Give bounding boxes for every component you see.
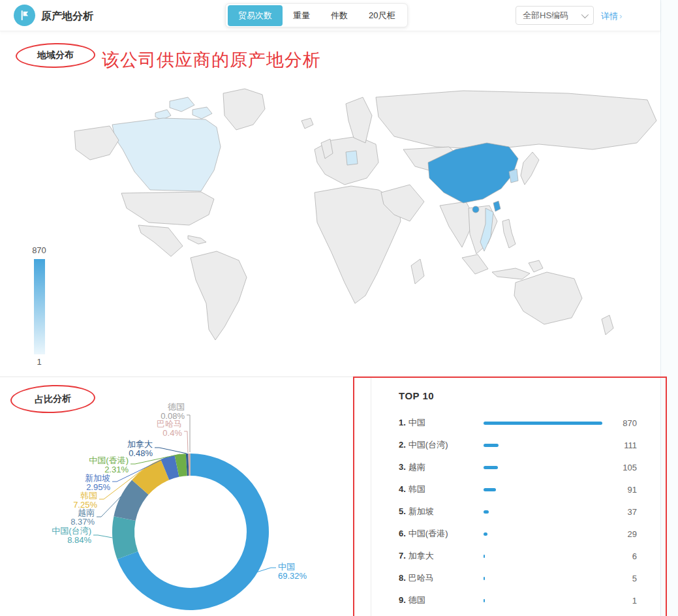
top10-country-name: 8.巴哈马 [399, 572, 484, 584]
top10-rank: 4. [399, 484, 406, 494]
legend-gradient-bar [34, 259, 45, 354]
top10-rank: 2. [399, 440, 406, 450]
top10-bar [484, 532, 487, 536]
top10-rank: 1. [399, 418, 406, 427]
top10-row-4: 4.韩国91 [399, 478, 660, 501]
top10-bar [484, 555, 485, 558]
top10-title: TOP 10 [399, 390, 660, 401]
top10-bar-track [484, 577, 611, 580]
pie-label-6: 加拿大0.48% [127, 439, 153, 458]
top10-bar [484, 577, 485, 580]
page-title: 原产地分析 [41, 10, 93, 23]
pie-label-2: 越南8.37% [70, 508, 95, 527]
region-section-label: 地域分布 [37, 50, 74, 62]
pie-label-4: 新加坡2.95% [85, 473, 110, 492]
top10-value: 870 [611, 418, 660, 428]
top10-rank: 8. [399, 573, 406, 583]
top10-value: 5 [611, 574, 660, 583]
app-logo-flag-icon [14, 5, 35, 26]
pie-label-7: 巴哈马0.4% [157, 419, 182, 438]
top10-country-name: 6.中国(香港) [399, 528, 484, 540]
top10-value: 37 [611, 507, 660, 517]
top10-bar-track [484, 488, 611, 491]
map-legend: 870 1 [26, 245, 52, 367]
detail-link[interactable]: 详情› [601, 10, 622, 22]
detail-link-label: 详情 [601, 11, 618, 21]
pie-label-8: 德国0.08% [161, 402, 185, 421]
pie-label-0: 中国69.32% [278, 562, 307, 581]
red-annotation-text: 该公司供应商的原产地分析 [102, 48, 321, 72]
legend-min-value: 1 [26, 357, 52, 367]
top10-row-8: 8.巴哈马5 [399, 567, 660, 589]
top10-country-name: 5.新加坡 [399, 506, 484, 517]
top10-country-name: 2.中国(台湾) [399, 439, 484, 451]
top10-bar-track [484, 466, 611, 469]
legend-max-value: 870 [26, 245, 52, 255]
top10-row-7: 7.加拿大6 [399, 545, 660, 567]
top10-bar [484, 444, 499, 447]
world-map[interactable] [72, 87, 659, 369]
header: 原产地分析 贸易次数重量件数20尺柜 全部HS编码 详情› [0, 0, 660, 31]
top10-row-9: 9.德国1 [399, 589, 660, 611]
top10-bar [484, 599, 485, 602]
page-right-gutter [660, 0, 678, 616]
top10-value: 1 [611, 596, 660, 606]
pie-label-5: 中国(香港)2.31% [89, 455, 129, 474]
top10-panel: TOP 10 1.中国8702.中国(台湾)1113.越南1054.韩国915.… [371, 377, 660, 616]
top10-country-name: 4.韩国 [399, 484, 484, 495]
chevron-right-icon: › [619, 11, 622, 21]
top10-row-6: 6.中国(香港)29 [399, 523, 660, 545]
pie-label-line-6 [155, 448, 187, 454]
top10-country-name: 3.越南 [399, 461, 484, 473]
top10-rank: 5. [399, 506, 406, 516]
top10-rank: 9. [399, 595, 406, 605]
map-country-canada [112, 118, 221, 191]
tab-1[interactable]: 重量 [283, 5, 320, 26]
tab-3[interactable]: 20尺柜 [358, 5, 405, 26]
top10-country-name: 1.中国 [399, 417, 484, 429]
top10-bar-track [484, 599, 611, 602]
top10-rank: 7. [399, 551, 406, 561]
map-country-taiwan [493, 201, 501, 211]
top10-rank: 3. [399, 462, 406, 472]
top10-country-name: 9.德国 [399, 594, 484, 606]
top10-bar-track [484, 444, 611, 447]
top10-bar-track [484, 422, 611, 425]
top10-bar [484, 422, 602, 425]
metric-tabbar: 贸易次数重量件数20尺柜 [225, 3, 408, 27]
chevron-down-icon [581, 10, 589, 18]
top10-value: 111 [611, 440, 660, 450]
pie-label-3: 韩国7.25% [73, 491, 97, 510]
top10-row-3: 3.越南105 [399, 456, 660, 478]
pie-label-line-1 [93, 535, 112, 538]
pie-slice-1[interactable] [112, 516, 138, 559]
pie-label-1: 中国(台湾)8.84% [52, 526, 91, 545]
map-country-south-korea [509, 169, 518, 183]
top10-rank: 6. [399, 529, 406, 538]
top10-row-1: 1.中国870 [399, 412, 660, 434]
hs-code-select-value: 全部HS编码 [523, 10, 568, 22]
top10-row-5: 5.新加坡37 [399, 501, 660, 523]
origin-donut-chart[interactable]: 中国69.32%中国(台湾)8.84%越南8.37%韩国7.25%新加坡2.95… [39, 398, 352, 616]
map-country-germany [346, 151, 358, 165]
top10-value: 6 [611, 551, 660, 561]
top10-value: 105 [611, 463, 660, 472]
top10-bar [484, 510, 489, 514]
top10-row-2: 2.中国(台湾)111 [399, 434, 660, 456]
top10-value: 29 [611, 529, 660, 539]
tab-2[interactable]: 件数 [320, 5, 358, 26]
top10-value: 91 [611, 485, 660, 495]
map-country-hainan [472, 206, 479, 213]
top10-bar-track [484, 532, 611, 536]
top10-bar-track [484, 555, 611, 558]
top10-bar [484, 466, 498, 469]
top10-country-name: 7.加拿大 [399, 550, 484, 562]
top10-bar [484, 488, 496, 491]
tab-0[interactable]: 贸易次数 [228, 5, 283, 26]
top10-bar-track [484, 510, 611, 514]
hs-code-select[interactable]: 全部HS编码 [516, 6, 594, 25]
region-label-annotation-circle: 地域分布 [16, 42, 96, 69]
pie-label-line-7 [184, 431, 188, 453]
top10-list: 1.中国8702.中国(台湾)1113.越南1054.韩国915.新加坡376.… [399, 412, 660, 611]
